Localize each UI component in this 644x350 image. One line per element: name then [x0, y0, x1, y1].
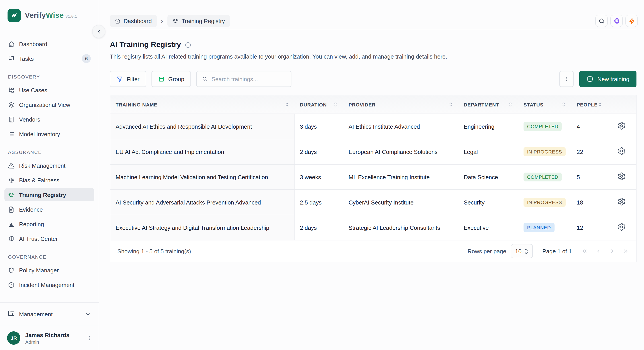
- table-options-kebab-button[interactable]: [559, 71, 573, 87]
- column-label: DEPARTMENT: [464, 102, 499, 107]
- column-label: PROVIDER: [348, 102, 376, 107]
- sidebar-item-ai-trust-center[interactable]: AI Trust Center: [4, 232, 94, 245]
- cell-people: 5: [571, 164, 607, 190]
- sidebar-item-management[interactable]: Management: [4, 307, 94, 321]
- sidebar-item-policy-manager[interactable]: Policy Manager: [4, 263, 94, 277]
- rows-per-page-select[interactable]: 10: [511, 244, 532, 258]
- cell-provider: CyberAI Security Institute: [343, 190, 458, 215]
- sort-icon[interactable]: [598, 102, 602, 107]
- cell-training-name: EU AI Act Compliance and Implementation: [110, 139, 294, 164]
- search-input[interactable]: [212, 76, 286, 82]
- search-button[interactable]: [595, 15, 608, 27]
- table-row[interactable]: AI Security and Adversarial Attacks Prev…: [110, 190, 636, 215]
- sidebar-item-evidence[interactable]: Evidence: [4, 203, 94, 216]
- breadcrumb-training-registry[interactable]: Training Registry: [168, 15, 230, 27]
- breadcrumb: Dashboard › Training Registry: [110, 15, 230, 27]
- user-role: Admin: [25, 339, 69, 344]
- user-menu-kebab-icon[interactable]: [86, 335, 92, 341]
- cell-status: COMPLETED: [518, 114, 571, 139]
- sidebar-item-label: Bias & Fairness: [19, 177, 59, 184]
- sidebar-item-label: Incident Management: [19, 281, 74, 288]
- sort-icon[interactable]: [561, 102, 566, 107]
- column-label: PEOPLE: [577, 102, 598, 107]
- alert-circle-icon: [8, 281, 14, 288]
- home-icon: [115, 18, 120, 24]
- sidebar-item-model-inventory[interactable]: Model Inventory: [4, 127, 94, 141]
- group-rows-icon: [158, 76, 165, 82]
- toolbar-left: Filter Group: [110, 71, 292, 87]
- sort-icon[interactable]: [508, 102, 513, 107]
- info-icon[interactable]: [184, 42, 191, 48]
- page-head: AI Training Registry: [110, 40, 636, 49]
- gear-icon[interactable]: [617, 223, 626, 232]
- brand-name: VerifyWisev1.6.1: [25, 11, 77, 20]
- column-header-provider[interactable]: PROVIDER: [343, 95, 458, 114]
- sidebar-item-organizational-view[interactable]: Organizational View: [4, 98, 94, 111]
- gear-icon[interactable]: [617, 147, 626, 156]
- sidebar-item-vendors[interactable]: Vendors: [4, 113, 94, 126]
- next-page-icon[interactable]: [609, 248, 615, 254]
- cell-people: 4: [571, 114, 607, 139]
- trainings-table: TRAINING NAME DURATION PROVIDER DEPARTME…: [110, 95, 636, 262]
- new-training-label: New training: [597, 76, 630, 82]
- sidebar-item-bias-fairness[interactable]: Bias & Fairness: [4, 173, 94, 187]
- sort-icon[interactable]: [448, 102, 453, 107]
- gear-icon[interactable]: [617, 172, 626, 182]
- new-training-button[interactable]: New training: [579, 71, 636, 87]
- status-badge: COMPLETED: [524, 172, 562, 182]
- sort-icon[interactable]: [284, 102, 289, 107]
- avatar: JR: [7, 331, 20, 345]
- quick-actions-button[interactable]: [626, 15, 638, 27]
- table-row[interactable]: Machine Learning Model Validation and Te…: [110, 164, 636, 190]
- first-page-icon[interactable]: [582, 248, 588, 254]
- sidebar-item-use-cases[interactable]: Use Cases: [4, 83, 94, 97]
- table-footer: Showing 1 - 5 of 5 training(s) Rows per …: [110, 240, 636, 262]
- column-header-people[interactable]: PEOPLE: [571, 95, 607, 114]
- filter-button[interactable]: Filter: [110, 71, 146, 87]
- integrations-button[interactable]: [610, 15, 623, 27]
- sidebar-item-label: Use Cases: [19, 87, 47, 93]
- stepper-icon[interactable]: [524, 248, 528, 254]
- file-text-icon: [8, 206, 14, 213]
- cell-duration: 2.5 days: [294, 190, 343, 215]
- table-row[interactable]: Executive AI Strategy and Digital Transf…: [110, 215, 636, 240]
- gear-icon[interactable]: [617, 121, 626, 131]
- flag-icon: [8, 55, 14, 62]
- cell-actions: [607, 139, 636, 164]
- table-row[interactable]: EU AI Act Compliance and Implementation …: [110, 139, 636, 164]
- sidebar-item-reporting[interactable]: Reporting: [4, 217, 94, 231]
- column-header-department[interactable]: DEPARTMENT: [458, 95, 518, 114]
- sidebar-item-dashboard[interactable]: Dashboard: [4, 37, 94, 51]
- sidebar-item-risk-management[interactable]: Risk Management: [4, 159, 94, 172]
- table-header-row: TRAINING NAME DURATION PROVIDER DEPARTME…: [110, 95, 636, 114]
- brain-icon: [8, 235, 14, 242]
- gear-icon[interactable]: [617, 197, 626, 207]
- table-row[interactable]: Advanced AI Ethics and Responsible AI De…: [110, 114, 636, 139]
- cell-status: IN PROGRESS: [518, 139, 571, 164]
- user-block[interactable]: JR James Richards Admin: [0, 326, 99, 350]
- bar-chart-icon: [8, 221, 14, 227]
- sidebar-section-governance: GOVERNANCE: [8, 254, 91, 260]
- column-header-training-name[interactable]: TRAINING NAME: [110, 95, 294, 114]
- sort-icon[interactable]: [333, 102, 338, 107]
- cell-training-name: Executive AI Strategy and Digital Transf…: [110, 215, 294, 240]
- brand-secondary: Wise: [46, 11, 64, 20]
- sidebar-item-incident-management[interactable]: Incident Management: [4, 278, 94, 291]
- sidebar-item-training-registry[interactable]: Training Registry: [4, 188, 94, 201]
- sidebar-collapse-button[interactable]: [92, 25, 106, 38]
- cell-actions: [607, 190, 636, 215]
- chevron-left-icon: [96, 29, 102, 34]
- sidebar-item-tasks[interactable]: Tasks 6: [4, 52, 94, 65]
- column-header-duration[interactable]: DURATION: [294, 95, 343, 114]
- prev-page-icon[interactable]: [595, 248, 602, 254]
- trainings-search[interactable]: [196, 71, 292, 87]
- group-button[interactable]: Group: [152, 71, 191, 87]
- page-indicator: Page 1 of 1: [542, 248, 572, 254]
- breadcrumb-dashboard[interactable]: Dashboard: [110, 15, 156, 27]
- column-header-status[interactable]: STATUS: [518, 95, 571, 114]
- column-label: DURATION: [300, 102, 327, 107]
- brand-primary: Verify: [25, 11, 46, 20]
- user-name: James Richards: [25, 331, 69, 338]
- last-page-icon[interactable]: [623, 248, 629, 254]
- puzzle-icon: [613, 18, 620, 24]
